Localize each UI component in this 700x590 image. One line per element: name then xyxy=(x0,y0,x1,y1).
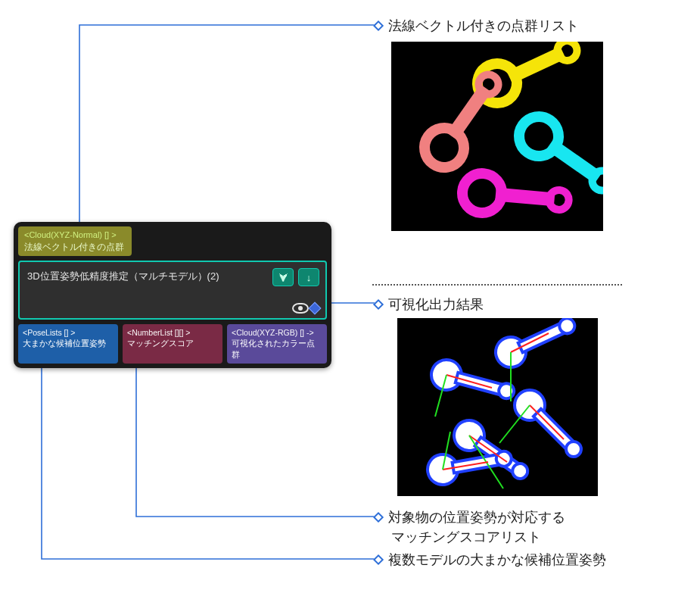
bullet-icon xyxy=(373,20,384,31)
input-port-label: 法線ベクトル付きの点群 xyxy=(24,241,126,253)
output-port-type: <Cloud(XYZ-RGB) [] -> xyxy=(232,327,322,338)
bullet-icon xyxy=(373,299,384,310)
bullet-icon xyxy=(373,512,384,523)
annotation-score: 対象物の位置姿勢が対応する マッチングスコアリスト xyxy=(375,507,565,547)
input-port-type: <Cloud(XYZ-Normal) [] > xyxy=(24,229,126,241)
diamond-icon xyxy=(309,302,322,315)
output-port-type: <PoseLists [] > xyxy=(23,327,114,338)
output-port-type: <NumberList [][] > xyxy=(127,327,218,338)
output-port-poses[interactable]: <PoseLists [] > 大まかな候補位置姿勢 xyxy=(18,324,118,364)
thumbnail-posecloud xyxy=(397,318,598,496)
down-arrow-button[interactable]: ↓ xyxy=(298,268,319,286)
bullet-icon xyxy=(373,554,384,565)
step-node: <Cloud(XYZ-Normal) [] > 法線ベクトル付きの点群 3D位置… xyxy=(14,222,331,368)
output-port-label: 可視化されたカラー点群 xyxy=(232,338,322,361)
annotation-score-line1: 対象物の位置姿勢が対応する xyxy=(388,510,565,525)
annotation-top: 法線ベクトル付きの点群リスト xyxy=(375,16,579,36)
segmented-parts-svg xyxy=(391,42,603,231)
eye-icon xyxy=(292,303,309,314)
output-port-cloud[interactable]: <Cloud(XYZ-RGB) [] -> 可視化されたカラー点群 xyxy=(227,324,327,364)
output-port-label: マッチングスコア xyxy=(127,338,218,349)
posecloud-svg xyxy=(397,318,598,496)
node-body[interactable]: 3D位置姿勢低精度推定（マルチモデル）(2) ⮟ ↓ xyxy=(18,261,327,320)
visualize-toggle[interactable] xyxy=(292,303,319,314)
input-port[interactable]: <Cloud(XYZ-Normal) [] > 法線ベクトル付きの点群 xyxy=(18,226,132,256)
annotation-pose: 複数モデルの大まかな候補位置姿勢 xyxy=(375,550,606,570)
chevron-down-icon: ⮟ xyxy=(278,272,288,283)
annotation-score-line2: マッチングスコアリスト xyxy=(391,527,541,547)
thumbnail-segmented xyxy=(391,42,603,231)
svg-point-28 xyxy=(495,450,512,467)
annotation-vis: 可視化出力結果 xyxy=(375,295,484,314)
expand-button[interactable]: ⮟ xyxy=(272,268,294,286)
output-port-label: 大まかな候補位置姿勢 xyxy=(23,338,114,349)
divider-dotted xyxy=(372,284,622,286)
output-ports: <PoseLists [] > 大まかな候補位置姿勢 <NumberList [… xyxy=(18,324,327,364)
arrow-down-icon: ↓ xyxy=(306,272,312,283)
output-port-scores[interactable]: <NumberList [][] > マッチングスコア xyxy=(123,324,222,364)
annotation-pose-text: 複数モデルの大まかな候補位置姿勢 xyxy=(388,552,606,567)
annotation-vis-text: 可視化出力結果 xyxy=(388,297,484,312)
annotation-top-text: 法線ベクトル付きの点群リスト xyxy=(388,18,579,33)
